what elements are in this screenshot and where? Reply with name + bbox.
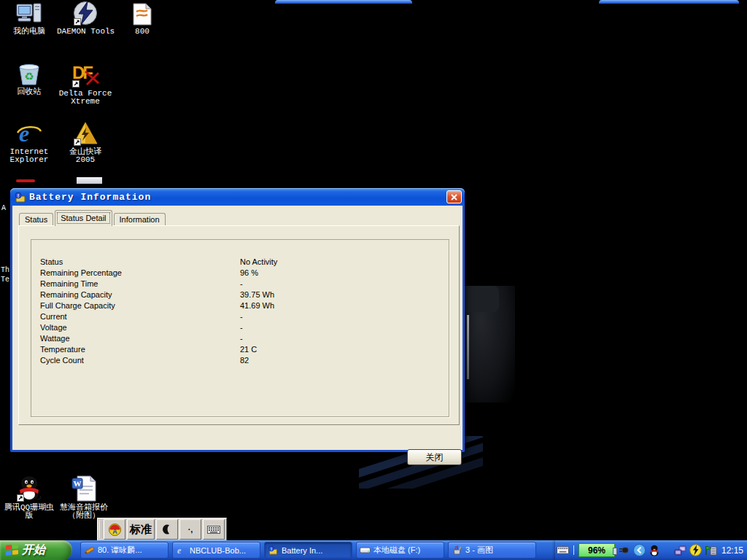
taskbar: 开始 80. 谭咏麟... e NBCLUB-Bob... ! Battery [0, 540, 747, 560]
battery-app-icon: ! [268, 545, 279, 555]
desktop: 我的电脑 DAEMON Tools 800 [0, 0, 747, 560]
obscured-icon-fragment-red [16, 179, 35, 182]
taskbar-button-label: 本地磁盘 (F:) [374, 545, 420, 556]
word-document-icon: W [71, 475, 96, 502]
recycle-bin-icon: ♻ [17, 63, 42, 86]
taskbar-button-label: Battery In... [282, 546, 322, 555]
ime-mode-button[interactable]: 标准 [127, 519, 155, 540]
battery-percent-indicator[interactable]: 96% [578, 543, 615, 557]
svg-text:e: e [177, 545, 182, 555]
desktop-icon-qq[interactable]: 腾讯QQ珊瑚虫 版 [1, 474, 58, 520]
close-icon[interactable] [446, 190, 462, 203]
qq-penguin-icon [15, 474, 43, 502]
svg-text:DF: DF [72, 63, 93, 82]
battery-row: Current- [40, 312, 449, 323]
svg-text:e: e [19, 121, 29, 146]
battery-row: Remaining Time- [40, 279, 449, 290]
desktop-icon-delta-force[interactable]: DF Delta Force Xtreme [57, 61, 114, 106]
taskbar-button-label: NBCLUB-Bob... [190, 546, 246, 555]
taskbar-button-music[interactable]: 80. 谭咏麟... [80, 542, 169, 559]
taskbar-button-local-disk[interactable]: 本地磁盘 (F:) [356, 542, 444, 559]
desktop-icon-800[interactable]: 800 [114, 3, 171, 36]
row-value: No Activity [240, 257, 277, 268]
row-label: Remaining Capacity [40, 290, 240, 301]
tab-strip: Status Status Detail Information [19, 213, 167, 226]
taskbar-button-ie[interactable]: e NBCLUB-Bob... [172, 542, 260, 559]
row-label: Remaining Percentage [40, 268, 240, 279]
row-label: Wattage [40, 334, 240, 345]
ime-softkeyboard-icon[interactable] [203, 519, 225, 540]
tab-information[interactable]: Information [114, 213, 166, 226]
ime-toolbar[interactable]: A 标准 ·, [97, 518, 227, 541]
desktop-icon-kingsoft[interactable]: 金山快译 2005 [57, 121, 114, 164]
ime-punctuation-button[interactable]: ·, [179, 519, 201, 540]
offscreen-window-titlebar-edge-2[interactable] [599, 0, 739, 4]
desktop-icon-my-computer[interactable]: 我的电脑 [1, 3, 58, 36]
delta-force-icon: DF [71, 61, 100, 88]
battery-information-dialog: ! Battery Information StatusNo Activity … [10, 188, 465, 452]
dialog-titlebar[interactable]: ! Battery Information [10, 188, 465, 206]
daemon-tools-icon [72, 1, 98, 26]
battery-row: Temperature21 C [40, 345, 449, 356]
desktop-icon-daemon-tools[interactable]: DAEMON Tools [57, 1, 114, 36]
row-value: 41.69 Wh [240, 301, 274, 312]
shortcut-arrow-icon [72, 80, 80, 88]
svg-text:A: A [112, 528, 117, 535]
keyboard-tray-icon[interactable] [557, 544, 569, 556]
shortcut-arrow-icon [17, 494, 24, 502]
shortcut-arrow-icon [74, 18, 81, 26]
start-button[interactable]: 开始 [0, 540, 72, 560]
offscreen-window-titlebar-edge-1[interactable] [275, 0, 412, 4]
ac-plug-icon[interactable] [618, 544, 630, 556]
battery-row: StatusNo Activity [40, 257, 449, 268]
svg-text:♻: ♻ [24, 70, 34, 83]
icon-label-line2: 版 [1, 512, 58, 520]
row-value: 39.75 Wh [240, 290, 274, 301]
tray-clock[interactable]: 12:15 [721, 545, 743, 556]
icon-label: 我的电脑 [1, 28, 58, 36]
windows-flag-icon [6, 544, 18, 556]
desktop-icon-huihai-doc[interactable]: W 慧海音箱报价 （附图） [55, 475, 112, 520]
desktop-icon-recycle-bin[interactable]: ♻ 回收站 [1, 63, 58, 96]
battery-row: Remaining Capacity39.75 Wh [40, 290, 449, 301]
row-value: - [240, 334, 243, 345]
taskbar-button-label: 80. 谭咏麟... [98, 545, 142, 556]
row-value: 82 [240, 356, 249, 367]
hide-icons-chevron-icon[interactable] [633, 544, 646, 556]
qq-tray-icon[interactable] [649, 544, 661, 556]
wallpaper-object-top [461, 286, 499, 312]
row-label: Temperature [40, 345, 240, 356]
shortcut-arrow-icon [74, 139, 81, 146]
daemon-tools-tray-icon[interactable] [689, 544, 702, 556]
icon-label: 800 [114, 28, 171, 36]
row-value: - [240, 312, 243, 323]
tab-status[interactable]: Status [19, 213, 53, 226]
icon-label: DAEMON Tools [57, 28, 114, 36]
desktop-icon-internet-explorer[interactable]: e Internet Explorer [1, 121, 58, 164]
flag-monitor-tray-icon[interactable] [705, 544, 717, 556]
row-value: - [240, 323, 243, 334]
internet-explorer-icon: e [16, 121, 42, 146]
svg-text:W: W [74, 479, 82, 488]
row-label: Remaining Time [40, 279, 240, 290]
my-computer-icon [16, 3, 42, 26]
row-value: - [240, 279, 243, 290]
tab-status-detail[interactable]: Status Detail [55, 210, 112, 226]
battery-row: Full Charge Capacity41.69 Wh [40, 301, 449, 312]
obscured-label-fragment: A [1, 204, 6, 212]
obscured-label-fragment: Th [1, 266, 9, 274]
obscured-label-fragment: Te [1, 276, 9, 284]
icon-label-line2: 2005 [57, 156, 114, 164]
icon-label: 回收站 [1, 88, 58, 96]
taskbar-button-paint[interactable]: 3 - 画图 [448, 542, 536, 559]
taskbar-button-battery[interactable]: ! Battery In... [264, 542, 352, 559]
ime-drag-handle[interactable] [99, 521, 102, 538]
ime-fullwidth-icon[interactable] [156, 519, 178, 540]
network-tray-icon[interactable] [674, 544, 686, 556]
tray-separator [573, 545, 574, 555]
ime-method-icon[interactable]: A [104, 519, 125, 540]
wallpaper-dark-object [458, 286, 515, 402]
row-value: 21 C [240, 345, 257, 356]
close-button[interactable]: 关闭 [407, 449, 462, 465]
internet-explorer-icon: e [176, 545, 187, 555]
